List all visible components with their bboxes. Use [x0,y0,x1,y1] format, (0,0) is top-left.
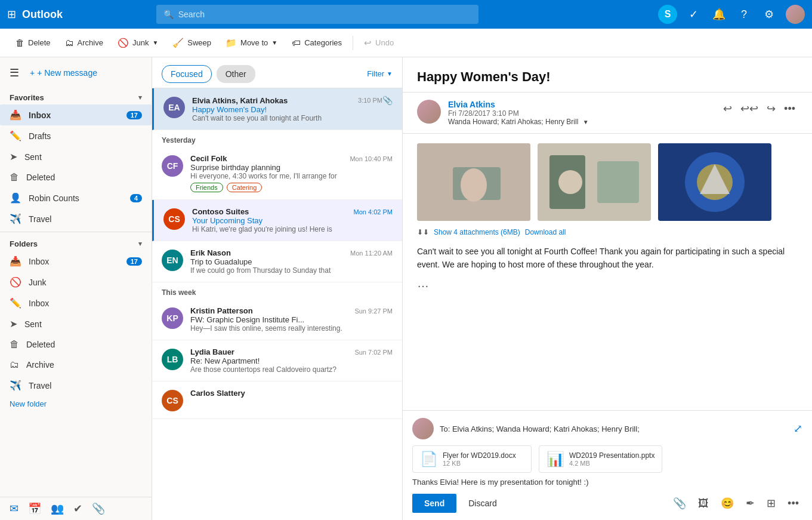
bell-icon[interactable]: 🔔 [711,6,727,23]
signature-button[interactable]: ✒ [742,494,758,512]
reply-area: To: Elvia Atkins; Wanda Howard; Katri Ah… [403,410,812,520]
inbox-badge: 17 [126,111,142,119]
email-item-cf[interactable]: CF Cecil Folk Mon 10:40 PM Surprise birt… [152,147,402,200]
recipients-expand-icon[interactable]: ▼ [583,119,589,125]
mail-nav-icon[interactable]: ✉ [10,502,18,515]
skype-icon[interactable]: S [658,5,677,24]
reply-toolbar: Send Discard 📎 🖼 😊 ✒ ⊞ ••• [412,494,802,513]
nav-item-folders-deleted[interactable]: 🗑 Deleted [0,334,152,355]
nav-item-junk[interactable]: 🚫 Junk [0,272,152,293]
email-item-0[interactable]: EA Elvia Atkins, Katri Ahokas 3:10 PM 📎 … [152,88,402,130]
top-bar-right: S ✓ 🔔 ? ⚙ [658,5,805,24]
inbox-icon: 📥 [10,109,21,121]
search-bar[interactable]: 🔍 [156,5,478,24]
tasks-nav-icon[interactable]: ✔ [73,502,82,515]
nav-item-inbox[interactable]: 📥 Inbox 17 [0,104,152,125]
move-dropdown-icon[interactable]: ▼ [271,39,277,46]
nav-item-deleted[interactable]: 🗑 Deleted [0,167,152,187]
sweep-icon: 🧹 [172,38,184,48]
new-folder-link[interactable]: New folder [0,396,152,412]
junk-dropdown-icon[interactable]: ▼ [152,39,158,46]
hamburger-icon[interactable]: ☰ [10,66,19,79]
emoji-button[interactable]: 😊 [717,494,737,512]
folders-inbox2-icon: ✏️ [10,297,21,309]
reply-to-text: To: Elvia Atkins; Wanda Howard; Katri Ah… [440,424,788,433]
nav-item-robin-counts[interactable]: 👤 Robin Counts 4 [0,187,152,208]
meta-sender: Elvia Atkins [448,100,714,109]
reading-pane-header: Happy Women's Day! [403,57,812,93]
travel-icon: ✈️ [10,213,21,224]
sender-avatar [417,100,441,124]
new-message-button[interactable]: + + New message [25,64,102,81]
nav-item-folders-inbox2[interactable]: ✏️ Inbox [0,293,152,313]
tab-other[interactable]: Other [217,65,255,83]
favorites-header[interactable]: Favorites ▾ [0,88,152,104]
email-avatar-en: EN [162,250,183,271]
nav-item-folders-sent[interactable]: ➤ Sent [0,313,152,334]
user-avatar[interactable] [786,5,805,24]
table-button[interactable]: ⊞ [763,494,779,512]
discard-button[interactable]: Discard [461,494,504,513]
reply-button[interactable]: ↩ [721,100,734,118]
email-body-text: Can't wait to see you all tonight at Fou… [417,245,798,272]
svg-point-2 [461,168,487,202]
junk-button[interactable]: 🚫 Junk ▼ [112,34,164,52]
attachment-thumb-3[interactable] [658,143,771,221]
email-item-en[interactable]: EN Erik Nason Mon 11:20 AM Trip to Guada… [152,241,402,282]
attachments-nav-icon[interactable]: 📎 [92,502,105,515]
nav-item-travel[interactable]: ✈️ Travel [0,208,152,229]
attach-button[interactable]: 📎 [669,494,690,512]
help-icon[interactable]: ? [736,6,752,23]
delete-button[interactable]: 🗑 Delete [10,34,57,51]
email-title: Happy Women's Day! [417,69,798,85]
archive-button[interactable]: 🗂 Archive [59,34,109,51]
nav-item-folders-inbox[interactable]: 📥 Inbox 17 [0,251,152,272]
insert-image-button[interactable]: 🖼 [694,495,712,512]
sweep-button[interactable]: 🧹 Sweep [166,34,217,52]
folders-inbox-icon: 📥 [10,256,21,267]
tab-focused[interactable]: Focused [162,65,212,83]
check-icon[interactable]: ✓ [686,6,702,23]
undo-button[interactable]: ↩ Undo [358,34,400,52]
email-content-cs: Contoso Suites Mon 4:02 PM Your Upcoming… [192,207,393,233]
more-actions-button[interactable]: ••• [782,100,798,118]
settings-icon[interactable]: ⚙ [761,6,777,23]
calendar-nav-icon[interactable]: 📅 [28,502,41,515]
download-all-link[interactable]: Download all [525,228,566,236]
categories-icon: 🏷 [292,38,301,48]
reply-all-button[interactable]: ↩↩ [738,100,761,118]
categories-button[interactable]: 🏷 Categories [286,34,348,51]
nav-item-drafts[interactable]: ✏️ Drafts [0,125,152,146]
reply-attachments: 📄 Flyer for WD2019.docx 12 KB 📊 WD2019 P… [412,445,802,473]
tag-friends: Friends [190,183,223,192]
nav-item-sent[interactable]: ➤ Sent [0,146,152,167]
email-item-carlos[interactable]: CS Carlos Slattery [152,381,402,419]
email-item-cs[interactable]: CS Contoso Suites Mon 4:02 PM Your Upcom… [152,200,402,241]
forward-button[interactable]: ↪ [764,100,778,118]
svg-rect-5 [597,161,639,203]
move-to-button[interactable]: 📁 Move to ▼ [220,34,283,52]
nav-item-folders-travel[interactable]: ✈️ Travel [0,375,152,396]
email-content-cf: Cecil Folk Mon 10:40 PM Surprise birthda… [190,154,393,192]
attachment-thumb-2[interactable] [538,143,651,221]
nav-item-archive[interactable]: 🗂 Archive [0,355,152,375]
email-item-kp[interactable]: KP Kristin Patterson Sun 9:27 PM FW: Gra… [152,299,402,340]
expand-reply-button[interactable]: ⤢ [794,422,802,435]
grid-icon[interactable]: ⊞ [7,8,16,21]
reply-attachment-1: 📄 Flyer for WD2019.docx 12 KB [412,445,532,473]
attachment-info: ⬇⬇ Show 4 attachments (6MB) Download all [417,228,798,236]
email-avatar-0: EA [163,97,185,118]
show-attachments-link[interactable]: Show 4 attachments (6MB) [434,228,520,236]
attachment-thumb-1[interactable] [417,143,530,221]
ellipsis-button[interactable]: … [417,276,798,290]
meta-recipients: Wanda Howard; Katri Ahokas; Henry Brill … [448,118,714,126]
nav-divider [0,232,152,232]
filter-button[interactable]: Filter ▼ [367,69,393,78]
folders-header[interactable]: Folders ▾ [0,235,152,251]
filter-chevron-icon: ▼ [387,70,393,77]
search-input[interactable] [178,10,471,19]
contacts-nav-icon[interactable]: 👥 [51,502,64,515]
send-button[interactable]: Send [412,494,456,513]
more-reply-button[interactable]: ••• [784,495,802,512]
email-item-lb[interactable]: LB Lydia Bauer Sun 7:02 PM Re: New Apart… [152,340,402,381]
